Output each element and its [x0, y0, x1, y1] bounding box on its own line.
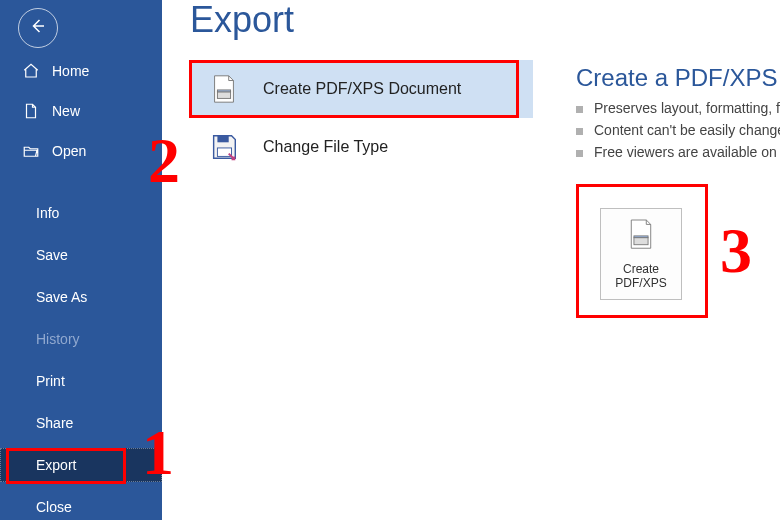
sidebar-item-label: New [52, 103, 80, 119]
backstage-sidebar: Home New Open Info Save Save As History … [0, 0, 162, 520]
back-button[interactable] [18, 8, 58, 48]
create-pdf-xps-label-line2: PDF/XPS [615, 276, 666, 290]
sidebar-item-open[interactable]: Open [0, 134, 162, 168]
detail-bullets: Preserves layout, formatting, fonts, and… [576, 100, 780, 160]
svg-rect-2 [217, 90, 230, 92]
export-options-list: Create PDF/XPS Document Change File Type [189, 60, 533, 176]
create-pdf-xps-label-line1: Create [623, 262, 659, 276]
sidebar-item-label: Home [52, 63, 89, 79]
sidebar-item-save[interactable]: Save [0, 238, 162, 272]
svg-rect-1 [217, 92, 230, 99]
nav-secondary-group: Info Save Save As History Print Share Ex… [0, 196, 162, 520]
sidebar-item-share[interactable]: Share [0, 406, 162, 440]
nav-primary-group: Home New Open [0, 54, 162, 168]
home-icon [22, 62, 40, 80]
export-option-label: Change File Type [263, 138, 388, 156]
svg-rect-5 [634, 238, 648, 245]
page-title: Export [190, 0, 780, 40]
sidebar-item-close[interactable]: Close [0, 490, 162, 520]
export-detail-pane: Create a PDF/XPS Document Preserves layo… [576, 64, 780, 166]
sidebar-item-export[interactable]: Export [0, 448, 162, 482]
folder-open-icon [22, 142, 40, 160]
sidebar-item-save-as[interactable]: Save As [0, 280, 162, 314]
sidebar-item-history[interactable]: History [0, 322, 162, 356]
back-arrow-icon [29, 17, 47, 39]
save-as-icon [207, 130, 241, 164]
detail-bullet: Preserves layout, formatting, fonts, and… [576, 100, 780, 116]
detail-title: Create a PDF/XPS Document [576, 64, 780, 92]
pdf-file-icon [626, 218, 656, 256]
pdf-file-icon [207, 72, 241, 106]
sidebar-item-label: Open [52, 143, 86, 159]
file-icon [22, 102, 40, 120]
sidebar-item-new[interactable]: New [0, 94, 162, 128]
sidebar-item-home[interactable]: Home [0, 54, 162, 88]
detail-bullet: Free viewers are available on the web [576, 144, 780, 160]
svg-rect-6 [634, 236, 648, 238]
export-option-change-file-type[interactable]: Change File Type [189, 118, 533, 176]
create-pdf-xps-button[interactable]: Create PDF/XPS [600, 208, 682, 300]
export-option-label: Create PDF/XPS Document [263, 80, 461, 98]
sidebar-item-print[interactable]: Print [0, 364, 162, 398]
detail-bullet: Content can't be easily changed [576, 122, 780, 138]
sidebar-item-info[interactable]: Info [0, 196, 162, 230]
export-option-create-pdf-xps[interactable]: Create PDF/XPS Document [189, 60, 533, 118]
svg-rect-3 [217, 136, 228, 143]
